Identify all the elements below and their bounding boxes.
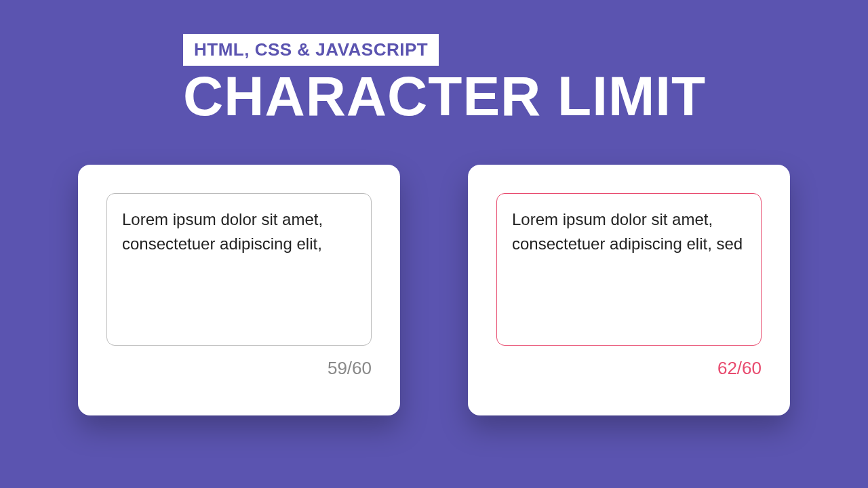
subtitle-badge: HTML, CSS & JAVASCRIPT	[183, 34, 439, 66]
character-card-normal: 59/60	[78, 165, 400, 415]
character-card-error: 62/60	[468, 165, 790, 415]
text-input[interactable]	[496, 193, 762, 346]
character-counter: 62/60	[496, 358, 762, 379]
character-counter: 59/60	[106, 358, 372, 379]
page-title: CHARACTER LIMIT	[183, 68, 868, 124]
text-input[interactable]	[106, 193, 372, 346]
cards-container: 59/60 62/60	[0, 165, 868, 415]
header: HTML, CSS & JAVASCRIPT CHARACTER LIMIT	[0, 0, 868, 124]
